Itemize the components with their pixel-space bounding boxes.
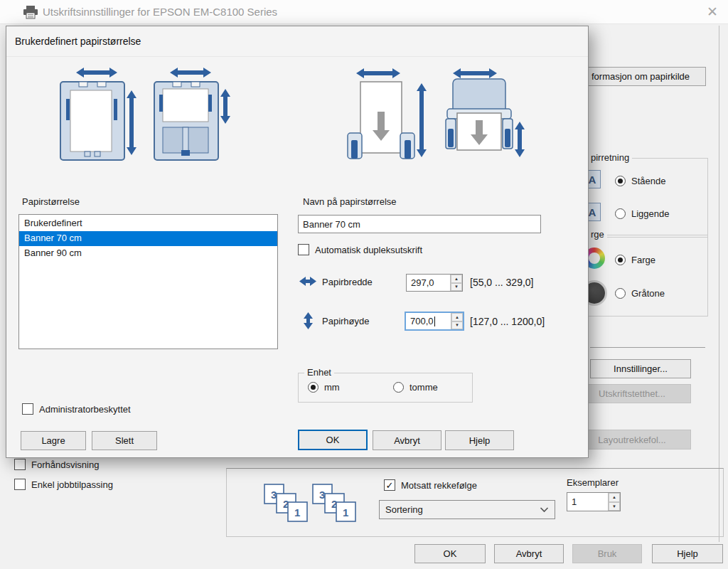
paper-width-value[interactable]: 297,0 bbox=[407, 275, 450, 291]
spin-down-icon[interactable]: ▼ bbox=[451, 321, 463, 330]
horizontal-arrow-icon bbox=[299, 277, 316, 286]
cassette-portrait-diagram bbox=[58, 68, 137, 164]
reverse-order-label: Motsatt rekkefølge bbox=[401, 480, 477, 491]
grayscale-label: Gråtone bbox=[631, 288, 665, 299]
svg-text:1: 1 bbox=[294, 506, 300, 519]
spin-down-icon[interactable]: ▼ bbox=[451, 283, 462, 292]
reverse-order-checkbox[interactable]: ✓ bbox=[384, 479, 395, 491]
inch-radio[interactable] bbox=[393, 382, 404, 393]
duplex-label: Automatisk dupleksutskrift bbox=[315, 245, 422, 255]
paper-height-label: Papirhøyde bbox=[322, 316, 369, 326]
paper-width-spinner[interactable]: ▲ ▼ bbox=[450, 275, 462, 291]
svg-text:1: 1 bbox=[343, 506, 348, 519]
duplex-checkbox-row[interactable]: Automatisk dupleksutskrift bbox=[298, 244, 422, 255]
admin-checkbox[interactable] bbox=[22, 403, 33, 415]
color-group: rge Farge Gråtone bbox=[582, 235, 708, 317]
dialog-help-button[interactable]: Hjelp bbox=[445, 430, 514, 450]
collate-dropdown-value: Sortering bbox=[385, 504, 540, 515]
copies-value[interactable]: 1 bbox=[567, 493, 608, 511]
paper-height-value[interactable]: 700,0 bbox=[406, 313, 451, 329]
printer-icon bbox=[23, 6, 38, 19]
dialog-ok-button[interactable]: OK bbox=[298, 430, 368, 450]
admin-checkbox-row[interactable]: Administratorbeskyttet bbox=[22, 403, 131, 415]
simple-job-label: Enkel jobbtilpassing bbox=[31, 479, 113, 490]
color-group-label: rge bbox=[588, 229, 607, 240]
ok-button[interactable]: OK bbox=[414, 544, 486, 563]
layout-order-button: Layoutrekkefol... bbox=[573, 430, 691, 450]
paper-size-name-input[interactable]: Banner 70 cm bbox=[298, 215, 541, 233]
help-button[interactable]: Hjelp bbox=[652, 544, 723, 563]
delete-button[interactable]: Slett bbox=[92, 431, 157, 450]
preview-checkbox[interactable] bbox=[14, 459, 26, 470]
close-icon[interactable]: ✕ bbox=[707, 4, 718, 20]
paper-source-info-button[interactable]: formasjon om papirkilde bbox=[582, 67, 706, 86]
preview-checkbox-row[interactable]: Forhåndsvisning bbox=[14, 459, 99, 470]
color-option[interactable]: Farge bbox=[615, 255, 655, 265]
paper-height-spinner[interactable]: ▲ ▼ bbox=[451, 313, 463, 329]
paper-size-list-label: Papirstørrelse bbox=[22, 196, 80, 207]
paper-width-label: Papirbredde bbox=[322, 277, 373, 287]
collate-dropdown[interactable]: Sortering bbox=[379, 500, 555, 519]
paper-height-stepper[interactable]: 700,0 ▲ ▼ bbox=[405, 312, 464, 331]
paper-height-range: [127,0 ... 1200,0] bbox=[470, 316, 545, 327]
svg-text:3: 3 bbox=[319, 489, 325, 501]
paper-width-stepper[interactable]: 297,0 ▲ ▼ bbox=[406, 274, 463, 292]
list-item[interactable]: Brukerdefinert bbox=[19, 216, 277, 231]
inch-label: tomme bbox=[410, 382, 438, 393]
copies-label: Eksemplarer bbox=[567, 477, 619, 488]
spin-up-icon[interactable]: ▲ bbox=[451, 313, 463, 321]
list-item-selected[interactable]: Banner 70 cm bbox=[19, 231, 277, 246]
check-icon: ✓ bbox=[386, 480, 394, 491]
spin-up-icon[interactable]: ▲ bbox=[609, 493, 620, 502]
copies-stepper[interactable]: 1 ▲ ▼ bbox=[567, 492, 621, 511]
grayscale-radio[interactable] bbox=[615, 288, 626, 299]
simple-job-checkbox-row[interactable]: Enkel jobbtilpassing bbox=[14, 479, 113, 490]
window-titlebar: Utskriftsinnstillinger for EPSON EM-C810… bbox=[0, 0, 728, 24]
dialog-title: Brukerdefinert papirstørrelse bbox=[15, 36, 141, 47]
landscape-radio[interactable] bbox=[615, 208, 626, 219]
custom-paper-size-dialog: Brukerdefinert papirstørrelse bbox=[6, 26, 589, 458]
orientation-portrait-option[interactable]: Stående bbox=[615, 176, 665, 186]
orientation-landscape-option[interactable]: Liggende bbox=[615, 208, 670, 219]
mm-radio[interactable] bbox=[308, 382, 318, 393]
unit-mm-option[interactable]: mm bbox=[308, 382, 340, 393]
portrait-radio[interactable] bbox=[615, 176, 626, 186]
orientation-group-label: pirretning bbox=[588, 152, 632, 163]
text-caret bbox=[434, 317, 435, 326]
collate-pages-icon: 3 2 1 bbox=[311, 483, 357, 523]
rear-feed-portrait-diagram bbox=[346, 68, 430, 164]
print-density-button: Utskriftstetthet... bbox=[573, 384, 691, 403]
dialog-cancel-button[interactable]: Avbryt bbox=[373, 430, 441, 450]
window-right-edge bbox=[719, 26, 719, 542]
unit-inch-option[interactable]: tomme bbox=[393, 382, 438, 393]
grayscale-option[interactable]: Gråtone bbox=[615, 288, 665, 299]
chevron-down-icon bbox=[540, 507, 549, 513]
paper-width-range: [55,0 ... 329,0] bbox=[470, 277, 534, 288]
settings-button[interactable]: Innstillinger... bbox=[590, 359, 691, 378]
dialog-title-separator bbox=[6, 56, 588, 57]
mm-label: mm bbox=[324, 382, 340, 393]
save-button[interactable]: Lagre bbox=[21, 431, 86, 450]
window-title: Utskriftsinnstillinger for EPSON EM-C810… bbox=[43, 6, 277, 18]
rear-feed-landscape-diagram bbox=[443, 68, 527, 164]
paper-size-name-label: Navn på papirstørrelse bbox=[303, 196, 397, 207]
list-item[interactable]: Banner 90 cm bbox=[19, 246, 277, 261]
simple-job-checkbox[interactable] bbox=[14, 479, 26, 490]
paper-size-list[interactable]: Brukerdefinert Banner 70 cm Banner 90 cm bbox=[18, 214, 278, 349]
reverse-order-checkbox-row[interactable]: ✓ Motsatt rekkefølge bbox=[384, 479, 477, 491]
preview-label: Forhåndsvisning bbox=[31, 459, 99, 470]
color-label: Farge bbox=[631, 255, 655, 265]
orientation-group: pirretning A Stående A Liggende bbox=[582, 158, 708, 238]
color-radio[interactable] bbox=[615, 255, 626, 265]
unit-group-label: Enhet bbox=[304, 367, 334, 378]
cassette-landscape-diagram bbox=[151, 68, 231, 164]
portrait-label: Stående bbox=[631, 176, 665, 186]
collate-pages-icon: 3 2 1 bbox=[263, 483, 309, 523]
admin-label: Administratorbeskyttet bbox=[39, 404, 131, 415]
spin-down-icon[interactable]: ▼ bbox=[609, 502, 620, 511]
spin-up-icon[interactable]: ▲ bbox=[451, 275, 462, 283]
duplex-checkbox[interactable] bbox=[298, 244, 309, 255]
cancel-button[interactable]: Avbryt bbox=[494, 544, 564, 563]
copies-spinner[interactable]: ▲ ▼ bbox=[608, 493, 620, 511]
vertical-arrow-icon bbox=[304, 312, 313, 329]
